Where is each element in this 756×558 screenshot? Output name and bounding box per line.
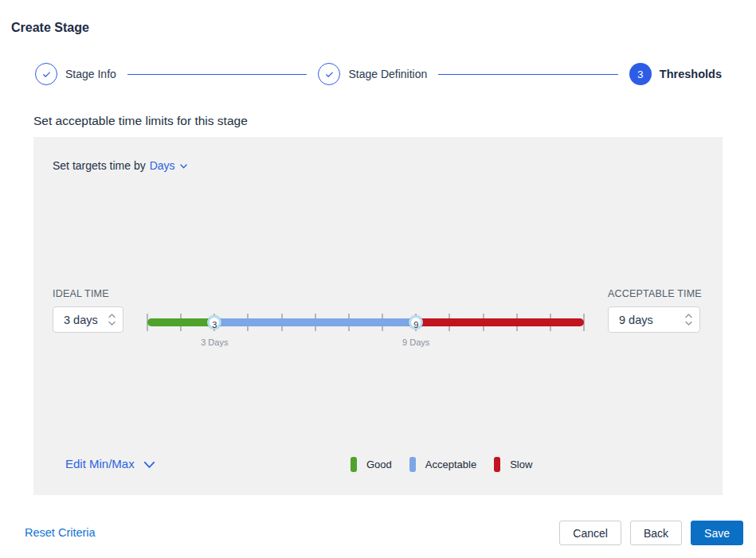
legend-item: Slow <box>494 457 532 472</box>
spinner-up-icon[interactable] <box>685 314 692 318</box>
legend-label: Slow <box>510 458 532 470</box>
thresholds-panel: Set targets time by Days IDEAL TIME ACCE… <box>33 137 723 495</box>
slider-segment-acceptable <box>214 318 416 326</box>
slider-handle-3[interactable]: 3 <box>207 315 221 330</box>
number-stepper <box>108 307 116 332</box>
step-label: Stage Info <box>65 68 116 80</box>
slider-segment-good <box>147 318 214 326</box>
step-thresholds[interactable]: 3 Thresholds <box>629 63 722 85</box>
step-label: Thresholds <box>660 68 722 80</box>
back-button[interactable]: Back <box>630 521 682 545</box>
legend-item: Acceptable <box>409 457 476 472</box>
ideal-time-label: IDEAL TIME <box>53 288 123 299</box>
footer-buttons: Cancel Back Save <box>559 521 743 545</box>
acceptable-time-group: ACCEPTABLE TIME <box>608 288 702 333</box>
step-number-badge: 3 <box>629 63 652 85</box>
legend-swatch <box>409 457 416 472</box>
reset-criteria-link[interactable]: Reset Criteria <box>25 526 96 539</box>
legend-swatch <box>351 457 357 472</box>
number-stepper <box>685 307 692 332</box>
target-unit-dropdown[interactable]: Days <box>150 159 188 172</box>
stepper-connector <box>438 74 618 75</box>
target-unit-value: Days <box>150 159 175 172</box>
target-time-row: Set targets time by Days <box>53 159 188 172</box>
slider-handle-label: 3 Days <box>201 338 228 347</box>
slider-handle-9[interactable]: 9 <box>409 315 423 330</box>
acceptable-time-input-wrap <box>608 306 700 333</box>
step-stage-info[interactable]: Stage Info <box>35 63 116 85</box>
spinner-down-icon[interactable] <box>685 321 692 326</box>
stepper-connector <box>127 74 307 75</box>
check-circle-icon <box>318 63 340 85</box>
spinner-up-icon[interactable] <box>108 314 116 318</box>
legend-item: Good <box>351 457 392 472</box>
step-stage-definition[interactable]: Stage Definition <box>318 63 427 85</box>
acceptable-time-label: ACCEPTABLE TIME <box>608 288 702 299</box>
legend-swatch <box>494 457 500 472</box>
step-label: Stage Definition <box>348 68 427 80</box>
ideal-time-group: IDEAL TIME <box>53 288 123 333</box>
ideal-time-input-wrap <box>53 306 123 333</box>
chevron-down-icon <box>143 461 155 469</box>
stepper: Stage Info Stage Definition 3 Thresholds <box>35 62 722 86</box>
save-button[interactable]: Save <box>691 521 743 545</box>
page-title: Create Stage <box>11 21 89 35</box>
chevron-down-icon <box>179 163 188 170</box>
edit-minmax-label: Edit Min/Max <box>65 457 135 470</box>
spinner-down-icon[interactable] <box>108 321 116 326</box>
edit-minmax-toggle[interactable]: Edit Min/Max <box>65 457 155 470</box>
threshold-slider: 33 Days99 Days <box>147 301 584 357</box>
section-heading: Set acceptable time limits for this stag… <box>33 114 248 128</box>
target-time-label: Set targets time by <box>53 159 146 172</box>
legend-label: Acceptable <box>425 458 476 470</box>
check-circle-icon <box>35 63 57 85</box>
slider-segment-slow <box>416 318 584 326</box>
legend: GoodAcceptableSlow <box>351 457 532 472</box>
cancel-button[interactable]: Cancel <box>559 521 621 545</box>
legend-label: Good <box>366 458 392 470</box>
slider-handle-label: 9 Days <box>402 338 429 347</box>
